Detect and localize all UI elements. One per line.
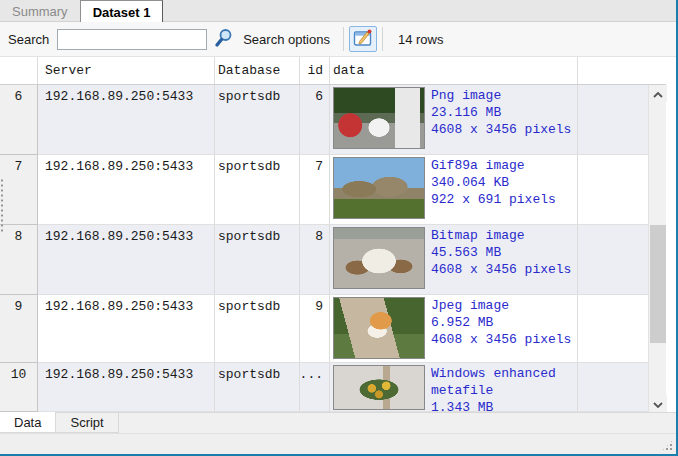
image-info-text: Bitmap image 45.563 MB 4608 x 3456 pixel… bbox=[431, 227, 571, 278]
tab-data[interactable]: Data bbox=[0, 412, 56, 433]
search-toolbar: Search Search options 14 ro bbox=[0, 22, 676, 57]
col-header-filler bbox=[578, 57, 666, 84]
server-cell: 192.168.89.250:5433 bbox=[38, 363, 215, 412]
tab-summary[interactable]: Summary bbox=[0, 0, 80, 21]
grid-header-row: Server Database id data bbox=[0, 57, 666, 85]
server-cell: 192.168.89.250:5433 bbox=[38, 295, 215, 363]
id-cell: ... bbox=[300, 363, 330, 412]
table-row[interactable]: 8 192.168.89.250:5433 sportsdb 8 Bitmap … bbox=[0, 225, 666, 295]
scrollbar-thumb[interactable] bbox=[650, 225, 666, 343]
table-row[interactable]: 7 192.168.89.250:5433 sportsdb 7 Gif89a … bbox=[0, 155, 666, 225]
top-tabstrip: Summary Dataset 1 bbox=[0, 0, 676, 22]
data-cell: Png image 23.116 MB 4608 x 3456 pixels bbox=[330, 85, 578, 155]
thumbnail-image bbox=[333, 365, 425, 410]
image-info-text: Windows enhanced metafile 1.343 MB bbox=[431, 365, 556, 412]
left-splitter-handle[interactable] bbox=[0, 178, 4, 234]
chevron-down-icon bbox=[653, 396, 663, 411]
tab-dataset-1[interactable]: Dataset 1 bbox=[80, 0, 164, 22]
table-row[interactable]: 9 192.168.89.250:5433 sportsdb 9 Jpeg im… bbox=[0, 295, 666, 363]
server-cell: 192.168.89.250:5433 bbox=[38, 155, 215, 225]
search-button[interactable] bbox=[207, 27, 241, 52]
id-cell: 6 bbox=[300, 85, 330, 155]
database-cell: sportsdb bbox=[215, 155, 300, 225]
tab-script[interactable]: Script bbox=[56, 413, 118, 433]
resize-grip[interactable] bbox=[662, 440, 673, 451]
search-label: Search bbox=[8, 32, 49, 47]
id-cell: 9 bbox=[300, 295, 330, 363]
toolbar-separator bbox=[343, 27, 344, 51]
data-cell: Jpeg image 6.952 MB 4608 x 3456 pixels bbox=[330, 295, 578, 363]
thumbnail-image bbox=[333, 157, 425, 219]
database-cell: sportsdb bbox=[215, 85, 300, 155]
search-input[interactable] bbox=[57, 29, 207, 50]
bottom-tabstrip: Data Script bbox=[0, 412, 676, 433]
row-number-cell: 10 bbox=[0, 363, 38, 412]
image-info-text: Jpeg image 6.952 MB 4608 x 3456 pixels bbox=[431, 297, 571, 348]
database-cell: sportsdb bbox=[215, 295, 300, 363]
row-number-cell: 8 bbox=[0, 225, 38, 295]
search-options-link[interactable]: Search options bbox=[243, 32, 330, 47]
server-cell: 192.168.89.250:5433 bbox=[38, 85, 215, 155]
id-cell: 7 bbox=[300, 155, 330, 225]
rows-count-label: 14 rows bbox=[398, 32, 444, 47]
col-header-server[interactable]: Server bbox=[38, 57, 215, 84]
id-cell: 8 bbox=[300, 225, 330, 295]
thumbnail-image bbox=[333, 87, 425, 149]
database-cell: sportsdb bbox=[215, 363, 300, 412]
thumbnail-image bbox=[333, 227, 425, 289]
toolbar-separator-2 bbox=[382, 27, 383, 51]
row-number-cell: 6 bbox=[0, 85, 38, 155]
row-number-cell: 9 bbox=[0, 295, 38, 363]
scroll-down-button[interactable] bbox=[649, 395, 667, 412]
table-row[interactable]: 10 192.168.89.250:5433 sportsdb ... Wind… bbox=[0, 363, 666, 412]
vertical-scrollbar[interactable] bbox=[648, 85, 666, 412]
server-cell: 192.168.89.250:5433 bbox=[38, 225, 215, 295]
edit-button[interactable] bbox=[349, 26, 377, 52]
search-icon bbox=[213, 27, 235, 52]
data-cell: Bitmap image 45.563 MB 4608 x 3456 pixel… bbox=[330, 225, 578, 295]
data-cell: Windows enhanced metafile 1.343 MB bbox=[330, 363, 578, 412]
col-header-rownum[interactable] bbox=[0, 57, 38, 84]
results-grid: Server Database id data 6 192.168.89.250… bbox=[0, 57, 666, 412]
col-header-data[interactable]: data bbox=[330, 57, 578, 84]
row-number-cell: 7 bbox=[0, 155, 38, 225]
edit-icon bbox=[353, 29, 373, 50]
data-cell: Gif89a image 340.064 KB 922 x 691 pixels bbox=[330, 155, 578, 225]
image-info-text: Png image 23.116 MB 4608 x 3456 pixels bbox=[431, 87, 571, 138]
grid-rows-viewport: 6 192.168.89.250:5433 sportsdb 6 Png ima… bbox=[0, 85, 666, 412]
chevron-up-icon bbox=[653, 86, 663, 101]
image-info-text: Gif89a image 340.064 KB 922 x 691 pixels bbox=[431, 157, 556, 208]
col-header-database[interactable]: Database bbox=[215, 57, 300, 84]
col-header-id[interactable]: id bbox=[300, 57, 330, 84]
status-bar bbox=[0, 433, 676, 454]
database-cell: sportsdb bbox=[215, 225, 300, 295]
table-row[interactable]: 6 192.168.89.250:5433 sportsdb 6 Png ima… bbox=[0, 85, 666, 155]
scroll-up-button[interactable] bbox=[649, 85, 667, 102]
thumbnail-image bbox=[333, 297, 425, 359]
dataset-viewer-window: Summary Dataset 1 Search Search options bbox=[0, 0, 678, 456]
